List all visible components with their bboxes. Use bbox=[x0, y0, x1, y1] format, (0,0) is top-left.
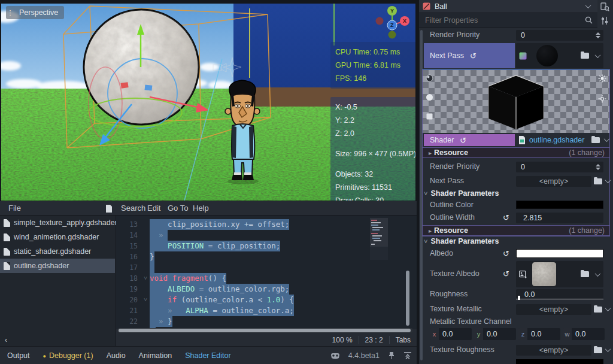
resource-section-row[interactable]: ▸ Resource (1 change) bbox=[422, 147, 610, 158]
tab-animation[interactable]: Animation bbox=[139, 351, 172, 360]
revert-icon[interactable]: ↺ bbox=[460, 136, 466, 145]
manage-properties-icon[interactable] bbox=[600, 16, 609, 25]
scroll-left-icon[interactable]: ‹ bbox=[5, 336, 7, 344]
vec-w-field[interactable]: w 0.0 bbox=[563, 328, 605, 340]
shader-file-link[interactable]: outline.gdshader bbox=[529, 136, 584, 144]
outline-width-value: 2.815 bbox=[523, 214, 542, 222]
code-line[interactable]: 21 » ALPHA = outline_color.a; bbox=[116, 305, 294, 316]
file-item[interactable]: wind_animetion.gdshader bbox=[0, 230, 115, 244]
filter-properties-input[interactable] bbox=[419, 16, 585, 25]
revert-icon[interactable]: ↺ bbox=[503, 213, 509, 222]
vec-y-field[interactable]: y 0.0 bbox=[474, 328, 516, 340]
section-shader-parameters[interactable]: ˅Shader Parameters bbox=[419, 189, 613, 199]
preview-sphere-dark-toggle[interactable] bbox=[425, 74, 434, 83]
zoom-percent[interactable]: 100 % bbox=[332, 336, 353, 344]
perspective-menu-button[interactable]: Perspective bbox=[6, 6, 64, 19]
property-row-render-priority-2: Render Priority 0 bbox=[419, 160, 613, 174]
code-horizontal-scrollbar[interactable] bbox=[117, 328, 413, 333]
code-line[interactable]: 15 POSITION = clip_position; bbox=[116, 241, 294, 251]
render-priority-spinner[interactable]: 0 bbox=[516, 162, 603, 172]
indent-type[interactable]: Tabs bbox=[396, 336, 411, 344]
folder-icon[interactable] bbox=[594, 307, 602, 313]
code-line[interactable]: 13 clip_position.xy += offset; bbox=[116, 219, 294, 230]
spinner-arrows-icon[interactable] bbox=[596, 32, 600, 38]
file-item-selected[interactable]: outline.gdshader bbox=[0, 259, 115, 273]
open-docs-icon[interactable] bbox=[600, 2, 609, 11]
menu-file[interactable]: File bbox=[8, 201, 21, 216]
filter-properties-field[interactable] bbox=[419, 13, 597, 28]
preview-box-toggle[interactable] bbox=[425, 112, 434, 121]
search-icon bbox=[585, 16, 593, 24]
code-line[interactable]: 20˅ if (outline_color.a < 1.0) { bbox=[116, 295, 294, 305]
code-line[interactable]: 18˅void fragment() { bbox=[116, 273, 294, 284]
preview-light1-toggle[interactable] bbox=[597, 74, 606, 83]
vec-z-field[interactable]: z 0.0 bbox=[518, 328, 560, 340]
axis-neg-x-ball[interactable] bbox=[376, 17, 384, 25]
expand-bottom-panel-icon[interactable] bbox=[403, 352, 412, 359]
code-line[interactable]: 19 ALBEDO = outline_color.rgb; bbox=[116, 284, 294, 295]
tab-shader-editor[interactable]: Shader Editor bbox=[185, 351, 230, 360]
folder-icon[interactable] bbox=[581, 271, 589, 277]
chevron-down-icon[interactable] bbox=[595, 271, 601, 277]
chevron-down-icon[interactable] bbox=[595, 52, 601, 58]
folder-icon[interactable] bbox=[581, 53, 589, 59]
code-minimap[interactable] bbox=[370, 218, 388, 260]
code-vertical-scrollbar[interactable] bbox=[406, 271, 409, 326]
chevron-down-icon[interactable] bbox=[605, 177, 611, 183]
revert-icon[interactable]: ↺ bbox=[503, 269, 509, 278]
section-shader-parameters-2[interactable]: ˅Shader Parameters bbox=[419, 237, 613, 247]
albedo-color-swatch[interactable] bbox=[516, 249, 603, 258]
section-label: Shader Parameters bbox=[430, 237, 499, 245]
spinner-arrows-icon[interactable] bbox=[596, 164, 600, 170]
outline-width-field[interactable]: 2.815 bbox=[516, 213, 603, 223]
tab-output[interactable]: Output bbox=[7, 351, 30, 360]
code-line[interactable]: 14 » bbox=[116, 230, 294, 241]
revert-icon[interactable]: ↺ bbox=[503, 249, 509, 258]
vec-x-field[interactable]: x 0.0 bbox=[430, 328, 472, 340]
axis-neg-y-ball[interactable] bbox=[389, 31, 396, 39]
tab-debugger-label: Debugger (1) bbox=[49, 351, 93, 360]
texture-roughness-picker[interactable]: <empty> bbox=[516, 345, 591, 356]
menu-search[interactable]: Search bbox=[121, 201, 145, 216]
resource-section-row-2[interactable]: ▸ Resource (1 change) bbox=[422, 225, 610, 236]
3d-viewport[interactable]: Y X Z Perspective ⋮ CPU Time: 0.75 ms GP… bbox=[1, 4, 415, 201]
texture-albedo-resource[interactable] bbox=[516, 261, 603, 287]
slider-grabber[interactable] bbox=[518, 296, 520, 300]
revert-icon[interactable]: ↺ bbox=[470, 51, 477, 60]
file-item[interactable]: simple_texture_apply.gdshader bbox=[0, 216, 115, 230]
folder-icon[interactable] bbox=[594, 178, 602, 184]
file-item[interactable]: static_shader.gdshader bbox=[0, 244, 115, 259]
menu-edit[interactable]: Edit bbox=[147, 201, 160, 216]
next-pass-empty-picker[interactable]: <empty> bbox=[516, 176, 591, 187]
node-selector-dropdown[interactable]: Ball bbox=[419, 0, 597, 13]
chevron-down-icon[interactable] bbox=[604, 136, 610, 142]
tab-debugger[interactable]: ●Debugger (1) bbox=[43, 351, 93, 360]
next-pass-label-block[interactable]: Next Pass ↺ bbox=[424, 43, 515, 68]
line-col-indicator[interactable]: 23 : 2 bbox=[365, 336, 383, 344]
code-editor[interactable]: 13 clip_position.xy += offset;14 » 15 PO… bbox=[116, 216, 417, 329]
menu-help[interactable]: Help bbox=[193, 201, 209, 216]
file-name: outline.gdshader bbox=[14, 262, 69, 270]
preview-light2-toggle[interactable] bbox=[597, 94, 606, 103]
tab-audio[interactable]: Audio bbox=[107, 351, 126, 360]
pin-icon[interactable] bbox=[388, 351, 395, 359]
property-label: Shader bbox=[430, 136, 454, 144]
roughness-slider-field[interactable]: 0.0 bbox=[516, 289, 603, 300]
preview-sphere-toggle[interactable] bbox=[425, 93, 434, 102]
chevron-down-icon[interactable] bbox=[605, 346, 611, 352]
texture-metallic-picker[interactable]: <empty> bbox=[516, 304, 591, 315]
menu-go-to[interactable]: Go To bbox=[168, 201, 188, 216]
outline-color-swatch[interactable] bbox=[516, 201, 603, 209]
axis-z-label: Z bbox=[390, 22, 394, 28]
scrollbar-grabber[interactable] bbox=[119, 329, 411, 332]
code-line[interactable]: 17 bbox=[116, 262, 294, 273]
chevron-down-icon[interactable] bbox=[605, 305, 611, 311]
metallic-channel-vector4: x 0.0 y 0.0 z 0.0 w 0.0 bbox=[419, 328, 613, 341]
shader-label-block[interactable]: Shader ↺ bbox=[424, 134, 515, 146]
code-line[interactable]: 22 » } bbox=[116, 316, 294, 327]
next-pass-resource[interactable] bbox=[516, 43, 603, 68]
code-line[interactable]: 16} bbox=[116, 251, 294, 262]
render-priority-spinner[interactable]: 0 bbox=[516, 30, 603, 41]
folder-icon[interactable] bbox=[594, 347, 602, 353]
folder-icon[interactable] bbox=[591, 137, 600, 143]
